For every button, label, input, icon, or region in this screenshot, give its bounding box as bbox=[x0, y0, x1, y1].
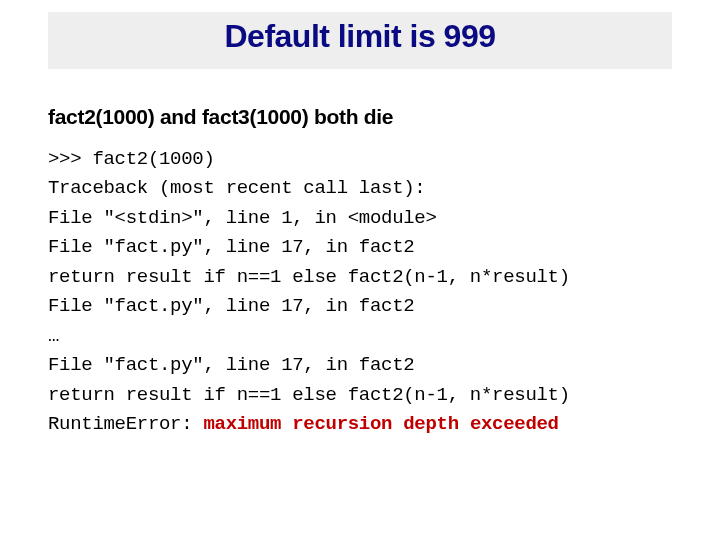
error-message: maximum recursion depth exceeded bbox=[203, 413, 558, 435]
slide-subtitle: fact2(1000) and fact3(1000) both die bbox=[48, 105, 672, 129]
code-line-10-prefix: RuntimeError: bbox=[48, 413, 203, 435]
slide-container: Default limit is 999 fact2(1000) and fac… bbox=[0, 0, 720, 540]
code-line-5: return result if n==1 else fact2(n-1, n*… bbox=[48, 266, 570, 288]
code-line-3: File "<stdin>", line 1, in <module> bbox=[48, 207, 437, 229]
title-box: Default limit is 999 bbox=[48, 12, 672, 69]
code-line-9: return result if n==1 else fact2(n-1, n*… bbox=[48, 384, 570, 406]
code-line-2: Traceback (most recent call last): bbox=[48, 177, 425, 199]
code-line-6: File "fact.py", line 17, in fact2 bbox=[48, 295, 414, 317]
slide-title: Default limit is 999 bbox=[58, 18, 662, 55]
code-line-4: File "fact.py", line 17, in fact2 bbox=[48, 236, 414, 258]
code-block: >>> fact2(1000) Traceback (most recent c… bbox=[48, 145, 672, 439]
code-line-8: File "fact.py", line 17, in fact2 bbox=[48, 354, 414, 376]
code-line-7: … bbox=[48, 325, 59, 347]
code-line-1: >>> fact2(1000) bbox=[48, 148, 215, 170]
